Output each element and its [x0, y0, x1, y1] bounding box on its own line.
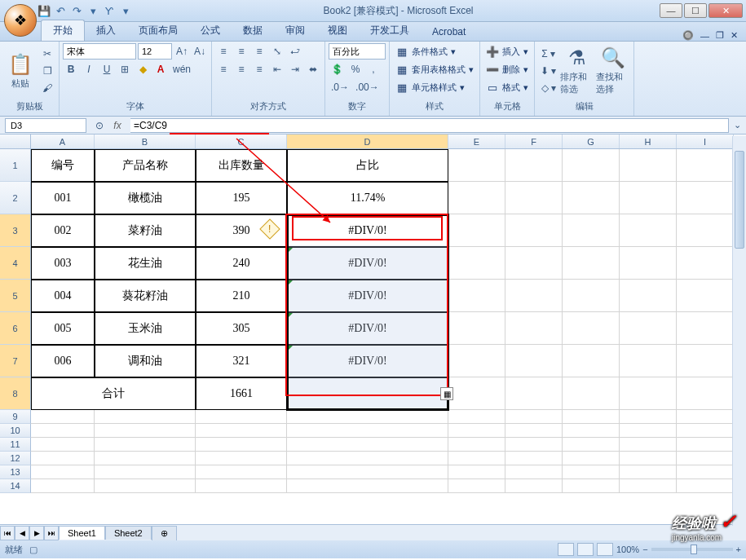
cell[interactable]: [563, 452, 620, 465]
cell[interactable]: [448, 345, 505, 377]
table-cell[interactable]: 出库数量: [196, 149, 287, 182]
cell[interactable]: [563, 377, 620, 410]
zoom-level[interactable]: 100%: [616, 545, 639, 554]
table-cell[interactable]: 003: [31, 247, 95, 280]
insert-cells-button[interactable]: ➕插入 ▾: [483, 43, 531, 60]
table-cell[interactable]: 321: [196, 345, 287, 377]
row-header[interactable]: 7: [0, 345, 31, 377]
border-button[interactable]: ⊞: [117, 61, 133, 77]
font-color-button[interactable]: A: [152, 61, 169, 77]
cell[interactable]: [505, 312, 563, 345]
cell[interactable]: [287, 452, 448, 465]
cell[interactable]: [677, 247, 734, 280]
font-size-combo[interactable]: 12: [138, 43, 172, 60]
table-cell[interactable]: 240: [196, 247, 287, 280]
undo-icon[interactable]: ↶: [53, 3, 68, 18]
close-button[interactable]: ✕: [708, 3, 743, 18]
minimize-button[interactable]: —: [660, 3, 682, 18]
cut-icon[interactable]: ✂: [39, 46, 55, 62]
table-cell[interactable]: 1661: [196, 377, 287, 410]
tab-review[interactable]: 审阅: [274, 20, 316, 41]
cell[interactable]: [95, 438, 196, 452]
cell[interactable]: [563, 410, 620, 424]
cell[interactable]: [31, 479, 95, 493]
row-header[interactable]: 8: [0, 377, 31, 410]
cell[interactable]: [505, 438, 563, 452]
tab-home[interactable]: 开始: [41, 20, 85, 41]
table-cell[interactable]: 001: [31, 182, 95, 214]
row-header[interactable]: 5: [0, 280, 31, 312]
cell[interactable]: [505, 479, 563, 493]
worksheet-grid[interactable]: ABCDEFGHI 1234567891011121314 编号产品名称出库数量…: [0, 134, 746, 524]
column-header[interactable]: D: [287, 134, 448, 148]
cell[interactable]: [196, 479, 287, 493]
column-header[interactable]: F: [505, 134, 563, 148]
cell[interactable]: [505, 377, 563, 410]
row-header[interactable]: 14: [0, 479, 31, 493]
cell[interactable]: [620, 247, 677, 280]
increase-font-icon[interactable]: A↑: [174, 43, 190, 60]
table-cell[interactable]: 004: [31, 280, 95, 312]
cell[interactable]: [287, 438, 448, 452]
table-cell[interactable]: 编号: [31, 149, 95, 182]
increase-decimal-icon[interactable]: .0→: [329, 79, 351, 95]
cell[interactable]: [448, 438, 505, 452]
cell[interactable]: [620, 424, 677, 438]
table-cell[interactable]: 菜籽油: [95, 214, 196, 247]
cell[interactable]: [677, 424, 734, 438]
decrease-font-icon[interactable]: A↓: [192, 43, 208, 60]
cell[interactable]: [95, 424, 196, 438]
cell[interactable]: [505, 214, 563, 247]
cell[interactable]: [505, 424, 563, 438]
cell[interactable]: [677, 345, 734, 377]
row-header[interactable]: 6: [0, 312, 31, 345]
cell[interactable]: [95, 410, 196, 424]
cell[interactable]: [95, 479, 196, 493]
merge-cells-icon[interactable]: ⬌: [305, 61, 321, 77]
cell[interactable]: [677, 377, 734, 410]
restore-window-icon[interactable]: ❐: [716, 30, 724, 41]
cell[interactable]: [287, 465, 448, 479]
align-middle-icon[interactable]: ≡: [233, 43, 249, 60]
cell-styles-button[interactable]: ▦单元格样式 ▾: [393, 79, 476, 95]
copy-icon[interactable]: ❐: [39, 63, 55, 79]
column-header[interactable]: G: [563, 134, 620, 148]
row-header[interactable]: 1: [0, 149, 31, 182]
table-cell[interactable]: 005: [31, 312, 95, 345]
cell[interactable]: [677, 280, 734, 312]
cell[interactable]: [563, 345, 620, 377]
cell[interactable]: [448, 424, 505, 438]
cell[interactable]: [620, 410, 677, 424]
clear-icon[interactable]: ◇ ▾: [538, 80, 558, 96]
cell[interactable]: [31, 438, 95, 452]
page-break-view-button[interactable]: [597, 543, 613, 556]
percent-icon[interactable]: %: [347, 61, 364, 77]
cell[interactable]: [196, 465, 287, 479]
tab-data[interactable]: 数据: [232, 20, 274, 41]
cell[interactable]: [677, 149, 734, 182]
decrease-indent-icon[interactable]: ⇤: [269, 61, 285, 77]
tab-acrobat[interactable]: Acrobat: [421, 23, 477, 41]
sheet-tab-1[interactable]: Sheet1: [59, 526, 105, 540]
tab-layout[interactable]: 页面布局: [127, 20, 189, 41]
comma-icon[interactable]: ,: [365, 61, 382, 77]
new-sheet-button[interactable]: ⊕: [152, 526, 177, 540]
italic-button[interactable]: I: [81, 61, 97, 77]
sheet-nav-next[interactable]: ▶: [29, 526, 44, 540]
office-button[interactable]: ❖: [4, 4, 37, 37]
row-header[interactable]: 13: [0, 465, 31, 479]
cell[interactable]: [563, 479, 620, 493]
sort-filter-button[interactable]: ⚗排序和筛选: [560, 43, 594, 99]
cancel-formula-icon[interactable]: ⊙: [91, 117, 108, 134]
table-cell[interactable]: #DIV/0!: [287, 280, 448, 312]
cell[interactable]: [448, 452, 505, 465]
cell[interactable]: [563, 149, 620, 182]
column-header[interactable]: A: [31, 134, 95, 148]
page-layout-view-button[interactable]: [577, 543, 594, 556]
orientation-icon[interactable]: ⤡: [269, 43, 285, 60]
find-select-button[interactable]: 🔍查找和选择: [596, 43, 630, 99]
cell[interactable]: [95, 452, 196, 465]
cell[interactable]: [505, 452, 563, 465]
table-cell[interactable]: 合计: [31, 377, 196, 410]
zoom-in-button[interactable]: +: [736, 545, 741, 554]
